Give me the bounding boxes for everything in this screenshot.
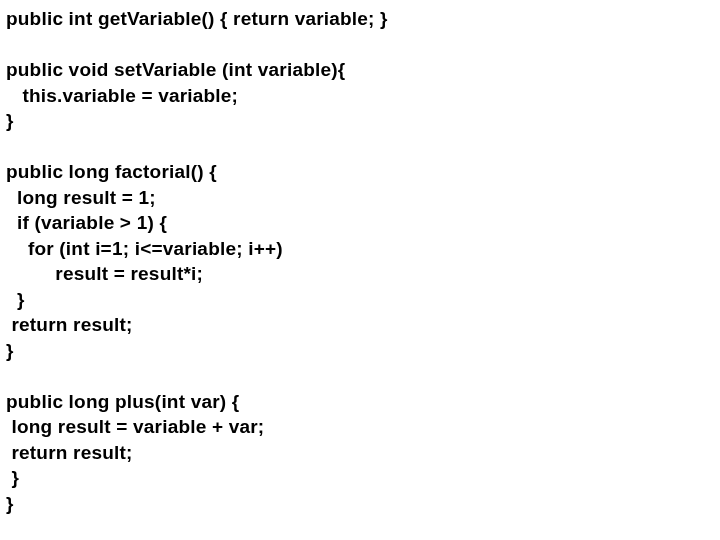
java-code-block: public int getVariable() { return variab… <box>0 0 720 516</box>
